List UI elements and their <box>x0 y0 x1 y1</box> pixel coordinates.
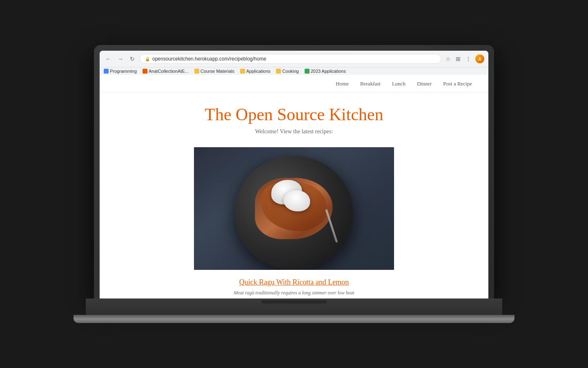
bookmark-label-anat: AnatCollectionAtE... <box>149 69 189 74</box>
browser-toolbar: ← → ↻ 🔒 opensourcekitchen.herokuapp.com/… <box>100 51 488 67</box>
back-button[interactable]: ← <box>104 55 113 63</box>
laptop: ← → ↻ 🔒 opensourcekitchen.herokuapp.com/… <box>94 45 494 323</box>
recipe-title-link[interactable]: Quick Ragu With Ricotta and Lemon <box>108 278 480 287</box>
bookmarks-bar: Programming AnatCollectionAtE... Course … <box>100 67 488 75</box>
bookmark-icon-course <box>194 69 199 74</box>
bookmark-icon-programming <box>104 69 109 74</box>
recipe-description: Meat ragù traditionally requires a long … <box>108 290 480 296</box>
nav-home[interactable]: Home <box>336 81 349 87</box>
bookmark-icon-2023 <box>305 69 310 74</box>
bookmark-icon-applications <box>240 69 245 74</box>
site-subtitle: Welcome! View the latest recipes: <box>108 128 480 135</box>
nav-dinner[interactable]: Dinner <box>417 81 432 87</box>
browser-chrome: ← → ↻ 🔒 opensourcekitchen.herokuapp.com/… <box>100 51 488 75</box>
address-bar[interactable]: 🔒 opensourcekitchen.herokuapp.com/recipe… <box>140 54 441 64</box>
bookmark-programming[interactable]: Programming <box>104 69 137 74</box>
site-navigation: Home Breakfast Lunch Dinner Post a Recip… <box>100 75 488 92</box>
laptop-body: ← → ↻ 🔒 opensourcekitchen.herokuapp.com/… <box>94 45 494 298</box>
reload-button[interactable]: ↻ <box>128 55 136 63</box>
bookmark-star-button[interactable]: ☆ <box>445 55 452 63</box>
bookmark-label-course: Course Materials <box>200 69 234 74</box>
nav-post-recipe[interactable]: Post a Recipe <box>443 81 472 87</box>
recipe-image-container <box>194 147 394 270</box>
site-title: The Open Source Kitchen <box>108 105 480 124</box>
trackpad-notch <box>261 301 327 305</box>
extensions-button[interactable]: ⊞ <box>455 55 461 63</box>
bookmark-label-2023: 2023 Applications <box>311 69 346 74</box>
laptop-bottom <box>86 298 502 323</box>
bookmark-icon-anat <box>143 69 147 74</box>
bookmark-cooking[interactable]: Cooking <box>276 69 298 74</box>
nav-links-list: Home Breakfast Lunch Dinner Post a Recip… <box>336 80 472 87</box>
website-frame: Home Breakfast Lunch Dinner Post a Recip… <box>100 75 488 298</box>
profile-avatar[interactable]: A <box>475 54 484 63</box>
bookmark-icon-cooking <box>276 69 281 74</box>
browser-actions: ☆ ⊞ ⋮ A <box>445 54 484 63</box>
bookmark-label-applications: Applications <box>246 69 270 74</box>
site-content: The Open Source Kitchen Welcome! View th… <box>100 92 488 298</box>
bookmark-label-cooking: Cooking <box>282 69 298 74</box>
bookmark-applications[interactable]: Applications <box>240 69 270 74</box>
nav-breakfast[interactable]: Breakfast <box>360 81 381 87</box>
url-text: opensourcekitchen.herokuapp.com/recipebl… <box>152 56 266 62</box>
recipe-image <box>194 147 394 270</box>
menu-button[interactable]: ⋮ <box>465 55 472 63</box>
nav-lunch[interactable]: Lunch <box>392 81 405 87</box>
screen-bezel: ← → ↻ 🔒 opensourcekitchen.herokuapp.com/… <box>100 51 488 298</box>
forward-button[interactable]: → <box>116 55 125 63</box>
bookmark-label-programming: Programming <box>110 69 137 74</box>
bookmark-anat[interactable]: AnatCollectionAtE... <box>143 69 189 74</box>
bookmark-course[interactable]: Course Materials <box>194 69 234 74</box>
bookmark-2023[interactable]: 2023 Applications <box>305 69 346 74</box>
lock-icon: 🔒 <box>145 57 150 61</box>
laptop-bottom-bar <box>74 315 514 323</box>
